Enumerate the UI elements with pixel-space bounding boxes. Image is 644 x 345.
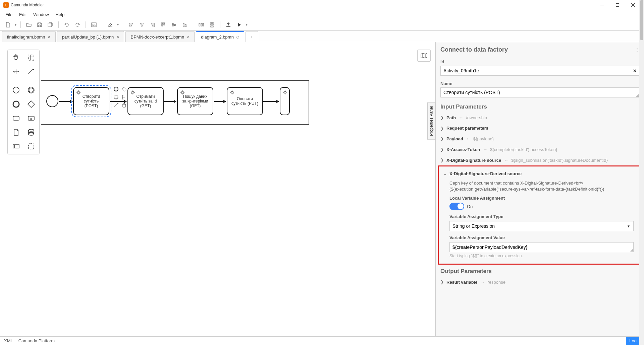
- run-button[interactable]: [234, 20, 244, 29]
- sequence-flow[interactable]: [263, 101, 279, 102]
- tab-file-0[interactable]: finalkdiagram.bpmn ×: [2, 31, 56, 42]
- app-logo-icon: C: [3, 2, 9, 8]
- hand-tool[interactable]: [9, 52, 23, 63]
- ctx-gateway-icon[interactable]: [121, 86, 127, 92]
- param-row-request-params[interactable]: ❯ Request parameters: [436, 123, 644, 133]
- tab-close-icon[interactable]: ×: [187, 34, 190, 40]
- sequence-flow[interactable]: [59, 101, 72, 102]
- new-tab-button[interactable]: +: [246, 31, 258, 42]
- tab-close-icon[interactable]: ×: [48, 34, 50, 40]
- input-params-title: Input Parameters: [436, 100, 644, 112]
- ctx-annotation-icon[interactable]: [121, 94, 127, 100]
- output-params-title: Output Parameters: [436, 265, 644, 277]
- svg-point-38: [29, 129, 34, 131]
- sequence-flow[interactable]: [164, 101, 176, 102]
- local-var-toggle[interactable]: [449, 203, 464, 210]
- param-row-result-variable[interactable]: ❯ Result variable → response: [436, 277, 644, 287]
- status-platform[interactable]: Camunda Platform: [18, 338, 55, 343]
- align-right-button[interactable]: [148, 20, 157, 29]
- align-center-h-button[interactable]: [137, 20, 147, 29]
- properties-panel-tab[interactable]: Properties Panel: [427, 102, 435, 140]
- redo-button[interactable]: [73, 20, 82, 29]
- service-task-icon: [180, 90, 185, 96]
- service-task-icon: [76, 90, 81, 96]
- param-row-path[interactable]: ❯ Path ← /ownership: [436, 112, 644, 123]
- minimize-button[interactable]: [594, 0, 610, 10]
- task-label: Створити сутність (POST): [76, 94, 106, 108]
- tab-file-2[interactable]: BPMN-docx-excerpt1.bpmn ×: [125, 31, 195, 42]
- align-bottom-button[interactable]: [180, 20, 190, 29]
- undo-button[interactable]: [62, 20, 71, 29]
- save-button[interactable]: [35, 20, 44, 29]
- lasso-tool[interactable]: [24, 52, 38, 63]
- distribute-v-button[interactable]: [207, 20, 217, 29]
- param-row-payload[interactable]: ❯ Payload ← ${payload}: [436, 133, 644, 144]
- scrollbar-vertical[interactable]: [639, 42, 644, 336]
- param-row-x-digital-signature-derived[interactable]: ⌄ X-Digital-Signature-Derived source: [441, 168, 638, 179]
- deploy-button[interactable]: [224, 20, 233, 29]
- open-button[interactable]: [24, 20, 34, 29]
- color-button[interactable]: [106, 20, 115, 29]
- tab-file-3[interactable]: diagram_2.bpmn: [196, 31, 244, 42]
- window-title: Camunda Modeler: [11, 3, 594, 7]
- new-file-button[interactable]: [3, 20, 13, 29]
- space-tool[interactable]: [9, 66, 23, 77]
- close-button[interactable]: [625, 0, 641, 10]
- gateway-tool[interactable]: [24, 98, 38, 110]
- var-value-input[interactable]: [449, 242, 634, 252]
- tab-file-1[interactable]: partialUpdate_bp (1).bpmn ×: [57, 31, 124, 42]
- menubar: File Edit Window Help: [0, 10, 644, 19]
- sequence-flow[interactable]: [214, 101, 226, 102]
- global-connect-tool[interactable]: [24, 66, 38, 77]
- clear-icon[interactable]: ✕: [633, 68, 637, 73]
- subprocess-tool[interactable]: [24, 113, 38, 124]
- task-node-get-by-id[interactable]: Отримати сутніть за id (GET): [127, 87, 164, 115]
- pool-tool[interactable]: [9, 141, 23, 152]
- svg-rect-4: [92, 23, 96, 27]
- panel-menu-icon[interactable]: ⋮: [635, 47, 639, 52]
- task-tool[interactable]: [9, 113, 23, 124]
- task-node-create[interactable]: Створити сутність (POST): [73, 87, 109, 115]
- sequence-flow[interactable]: [110, 101, 126, 102]
- intermediate-event-tool[interactable]: [24, 84, 38, 96]
- menu-help[interactable]: Help: [52, 11, 68, 18]
- save-all-button[interactable]: [46, 20, 55, 29]
- group-tool[interactable]: [24, 141, 38, 152]
- data-store-tool[interactable]: [24, 127, 38, 138]
- canvas-area[interactable]: Properties Panel Створити сутність (POST…: [0, 42, 435, 336]
- param-value: response: [488, 280, 505, 285]
- image-button[interactable]: [89, 20, 99, 29]
- menu-edit[interactable]: Edit: [16, 11, 30, 18]
- start-event-tool[interactable]: [9, 84, 23, 96]
- end-event-tool[interactable]: [9, 98, 23, 110]
- var-type-select[interactable]: String or Expression: [449, 221, 634, 231]
- status-xml[interactable]: XML: [4, 338, 13, 343]
- param-row-x-digital-signature[interactable]: ❯ X-Digital-Signature source ← ${sign_su…: [436, 155, 644, 165]
- arrow-icon: ←: [483, 147, 487, 152]
- log-button[interactable]: Log: [626, 337, 640, 345]
- maximize-button[interactable]: [610, 0, 625, 10]
- statusbar: XML Camunda Platform Log: [0, 336, 644, 345]
- start-event[interactable]: [46, 95, 58, 107]
- distribute-h-button[interactable]: [197, 20, 206, 29]
- task-node-update[interactable]: Оновити сутність (PUT): [227, 87, 263, 115]
- svg-rect-24: [199, 23, 200, 26]
- toggle-on-label: On: [467, 204, 473, 209]
- menu-window[interactable]: Window: [30, 11, 52, 18]
- ctx-end-event-icon[interactable]: [113, 86, 119, 92]
- local-var-label: Local Variable Assignment: [449, 196, 634, 201]
- task-node-partial[interactable]: [280, 87, 290, 115]
- ctx-connect-icon[interactable]: [113, 102, 119, 109]
- minimap-toggle[interactable]: [417, 50, 431, 62]
- ctx-intermediate-icon[interactable]: [113, 94, 119, 100]
- name-input[interactable]: [440, 87, 639, 97]
- align-top-button[interactable]: [159, 20, 168, 29]
- align-left-button[interactable]: [126, 20, 136, 29]
- align-center-v-button[interactable]: [169, 20, 179, 29]
- param-row-x-access-token[interactable]: ❯ X-Access-Token ← ${completer('taskId')…: [436, 144, 644, 155]
- data-object-tool[interactable]: [9, 127, 23, 138]
- tab-close-icon[interactable]: ×: [116, 34, 119, 40]
- menu-file[interactable]: File: [2, 11, 16, 18]
- task-node-search[interactable]: Пошук даних за критеріями (GET): [177, 87, 213, 115]
- id-input[interactable]: [440, 66, 639, 76]
